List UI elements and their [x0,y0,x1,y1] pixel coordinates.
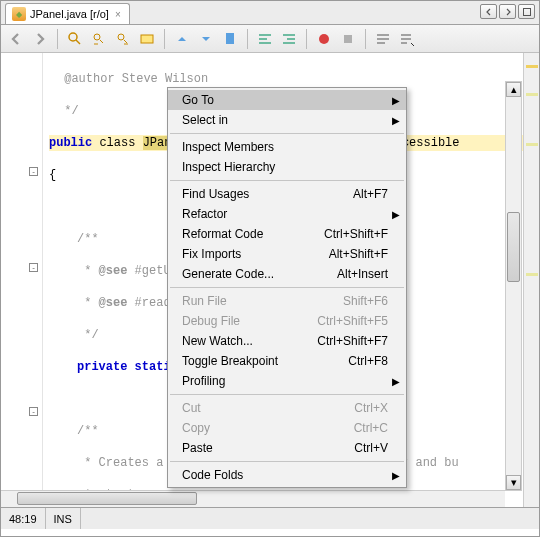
comment-button[interactable] [372,28,394,50]
menu-generate-code[interactable]: Generate Code...Alt+Insert [168,264,406,284]
svg-rect-7 [344,35,352,43]
menu-separator [170,461,404,462]
menu-copy: CopyCtrl+C [168,418,406,438]
gutter[interactable]: - - - [1,53,43,507]
next-bookmark-button[interactable] [195,28,217,50]
svg-point-6 [319,34,329,44]
fold-toggle[interactable]: - [29,263,38,272]
horizontal-scrollbar[interactable] [1,490,505,507]
status-bar: 48:19 INS [1,507,539,529]
svg-point-3 [118,34,124,40]
window-controls [480,4,535,19]
shift-left-button[interactable] [254,28,276,50]
toggle-bookmark-button[interactable] [219,28,241,50]
code-text: /** [77,424,99,438]
tab-filename: JPanel.java [r/o] [30,8,109,20]
insert-mode[interactable]: INS [46,508,81,529]
menu-new-watch[interactable]: New Watch...Ctrl+Shift+F7 [168,331,406,351]
submenu-arrow-icon: ▶ [392,115,400,126]
prev-bookmark-button[interactable] [171,28,193,50]
toolbar-separator [365,29,366,49]
menu-separator [170,180,404,181]
menu-fix-imports[interactable]: Fix ImportsAlt+Shift+F [168,244,406,264]
menu-separator [170,394,404,395]
menu-goto[interactable]: Go To▶ [168,90,406,110]
stop-macro-button[interactable] [337,28,359,50]
svg-rect-4 [141,35,153,43]
menu-inspect-members[interactable]: Inspect Members [168,137,406,157]
scroll-docs-left-button[interactable] [480,4,497,19]
error-stripe[interactable] [523,53,539,507]
find-prev-button[interactable] [88,28,110,50]
editor-toolbar [1,25,539,53]
java-file-icon: ◆ [12,7,26,21]
svg-rect-5 [226,33,234,44]
uncomment-button[interactable] [396,28,418,50]
find-next-button[interactable] [112,28,134,50]
menu-find-usages[interactable]: Find UsagesAlt+F7 [168,184,406,204]
code-text: @see [99,296,128,310]
scrollbar-thumb[interactable] [507,212,520,282]
toolbar-separator [57,29,58,49]
menu-profiling[interactable]: Profiling▶ [168,371,406,391]
menu-run-file: Run FileShift+F6 [168,291,406,311]
code-text: /** [77,232,99,246]
submenu-arrow-icon: ▶ [392,470,400,481]
code-text: @author Steve Wilson [49,72,208,86]
fold-toggle[interactable]: - [29,407,38,416]
toolbar-separator [306,29,307,49]
menu-debug-file: Debug FileCtrl+Shift+F5 [168,311,406,331]
maximize-button[interactable] [518,4,535,19]
scroll-docs-right-button[interactable] [499,4,516,19]
menu-select-in[interactable]: Select in▶ [168,110,406,130]
menu-separator [170,133,404,134]
cursor-position: 48:19 [1,508,46,529]
editor-tab[interactable]: ◆ JPanel.java [r/o] × [5,3,130,24]
fold-toggle[interactable]: - [29,167,38,176]
vertical-scrollbar[interactable]: ▴ ▾ [505,81,522,491]
menu-code-folds[interactable]: Code Folds▶ [168,465,406,485]
editor-context-menu: Go To▶ Select in▶ Inspect Members Inspec… [167,87,407,488]
start-macro-button[interactable] [313,28,335,50]
scroll-up-button[interactable]: ▴ [506,82,521,97]
svg-rect-0 [523,8,530,15]
submenu-arrow-icon: ▶ [392,209,400,220]
code-text: private [77,360,127,374]
menu-separator [170,287,404,288]
code-text: * [77,296,99,310]
shift-right-button[interactable] [278,28,300,50]
code-text: class [92,136,142,150]
menu-refactor[interactable]: Refactor▶ [168,204,406,224]
code-text: @see [99,264,128,278]
svg-point-2 [94,34,100,40]
code-text: { [49,168,56,182]
nav-back-button[interactable] [5,28,27,50]
toolbar-separator [247,29,248,49]
submenu-arrow-icon: ▶ [392,376,400,387]
code-text: public [49,136,92,150]
code-text: */ [77,328,99,342]
submenu-arrow-icon: ▶ [392,95,400,106]
close-tab-icon[interactable]: × [113,9,123,19]
code-text: * [77,264,99,278]
menu-cut: CutCtrl+X [168,398,406,418]
scrollbar-thumb[interactable] [17,492,197,505]
code-text: */ [49,104,79,118]
nav-forward-button[interactable] [29,28,51,50]
svg-point-1 [69,33,77,41]
menu-paste[interactable]: PasteCtrl+V [168,438,406,458]
toolbar-separator [164,29,165,49]
menu-reformat[interactable]: Reformat CodeCtrl+Shift+F [168,224,406,244]
find-selection-button[interactable] [64,28,86,50]
menu-inspect-hierarchy[interactable]: Inspect Hierarchy [168,157,406,177]
menu-toggle-breakpoint[interactable]: Toggle BreakpointCtrl+F8 [168,351,406,371]
scroll-down-button[interactable]: ▾ [506,475,521,490]
toggle-highlight-button[interactable] [136,28,158,50]
tab-bar: ◆ JPanel.java [r/o] × [1,1,539,25]
